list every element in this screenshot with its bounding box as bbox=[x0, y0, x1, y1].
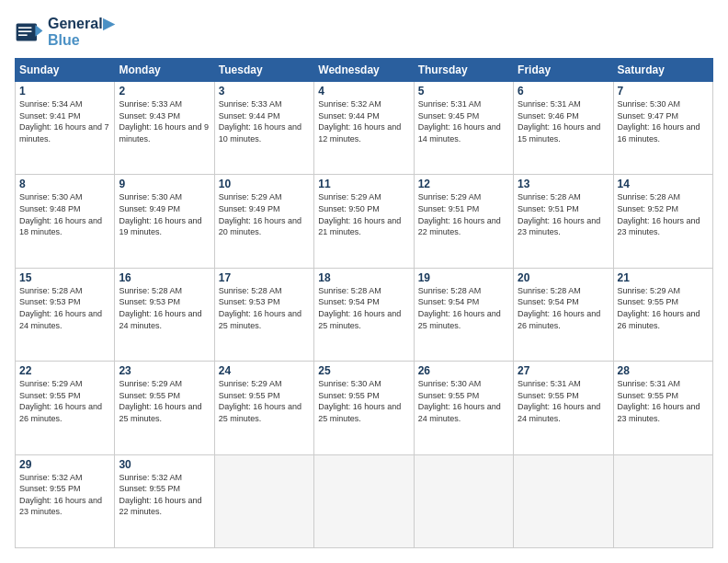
logo-text: General▶ Blue bbox=[48, 15, 114, 49]
day-number: 10 bbox=[219, 178, 310, 190]
calendar-cell: 27Sunrise: 5:31 AMSunset: 9:55 PMDayligh… bbox=[514, 362, 613, 454]
day-number: 20 bbox=[518, 271, 609, 284]
calendar-cell: 23Sunrise: 5:29 AMSunset: 9:55 PMDayligh… bbox=[115, 362, 214, 454]
calendar-cell: 14Sunrise: 5:28 AMSunset: 9:52 PMDayligh… bbox=[613, 175, 712, 268]
calendar-cell: 22Sunrise: 5:29 AMSunset: 9:55 PMDayligh… bbox=[16, 362, 115, 454]
calendar-cell: 30Sunrise: 5:32 AMSunset: 9:55 PMDayligh… bbox=[115, 454, 214, 547]
calendar-cell: 18Sunrise: 5:28 AMSunset: 9:54 PMDayligh… bbox=[314, 268, 414, 361]
day-number: 21 bbox=[618, 271, 709, 284]
calendar-cell bbox=[514, 454, 613, 547]
day-info: Sunrise: 5:30 AMSunset: 9:49 PMDaylight:… bbox=[119, 191, 210, 237]
col-header-tuesday: Tuesday bbox=[214, 59, 313, 82]
day-info: Sunrise: 5:29 AMSunset: 9:49 PMDaylight:… bbox=[219, 191, 310, 237]
day-number: 11 bbox=[318, 178, 409, 190]
calendar-cell: 11Sunrise: 5:29 AMSunset: 9:50 PMDayligh… bbox=[314, 175, 414, 268]
svg-rect-2 bbox=[18, 27, 31, 29]
col-header-thursday: Thursday bbox=[414, 59, 513, 82]
day-info: Sunrise: 5:28 AMSunset: 9:53 PMDaylight:… bbox=[119, 285, 210, 331]
col-header-sunday: Sunday bbox=[16, 59, 115, 82]
day-number: 18 bbox=[318, 271, 409, 284]
day-number: 28 bbox=[618, 364, 709, 377]
day-number: 7 bbox=[618, 85, 709, 98]
day-info: Sunrise: 5:33 AMSunset: 9:43 PMDaylight:… bbox=[119, 98, 210, 144]
day-info: Sunrise: 5:28 AMSunset: 9:54 PMDaylight:… bbox=[418, 285, 509, 331]
logo-icon bbox=[15, 17, 44, 47]
day-number: 1 bbox=[19, 85, 110, 98]
col-header-monday: Monday bbox=[115, 59, 214, 82]
day-number: 12 bbox=[418, 178, 509, 190]
day-info: Sunrise: 5:28 AMSunset: 9:53 PMDaylight:… bbox=[19, 285, 110, 331]
day-info: Sunrise: 5:31 AMSunset: 9:45 PMDaylight:… bbox=[418, 98, 509, 144]
calendar-cell: 2Sunrise: 5:33 AMSunset: 9:43 PMDaylight… bbox=[115, 82, 214, 175]
day-number: 2 bbox=[119, 85, 210, 98]
calendar-cell bbox=[314, 454, 414, 547]
calendar-cell: 7Sunrise: 5:30 AMSunset: 9:47 PMDaylight… bbox=[613, 82, 712, 175]
day-info: Sunrise: 5:31 AMSunset: 9:55 PMDaylight:… bbox=[518, 378, 609, 424]
day-number: 14 bbox=[618, 178, 709, 190]
day-info: Sunrise: 5:29 AMSunset: 9:55 PMDaylight:… bbox=[119, 378, 210, 424]
day-info: Sunrise: 5:28 AMSunset: 9:53 PMDaylight:… bbox=[219, 285, 310, 331]
calendar-cell: 16Sunrise: 5:28 AMSunset: 9:53 PMDayligh… bbox=[115, 268, 214, 361]
calendar-cell: 1Sunrise: 5:34 AMSunset: 9:41 PMDaylight… bbox=[16, 82, 115, 175]
day-info: Sunrise: 5:29 AMSunset: 9:51 PMDaylight:… bbox=[418, 191, 509, 237]
day-info: Sunrise: 5:31 AMSunset: 9:55 PMDaylight:… bbox=[618, 378, 709, 424]
calendar-cell: 21Sunrise: 5:29 AMSunset: 9:55 PMDayligh… bbox=[613, 268, 712, 361]
calendar-cell: 9Sunrise: 5:30 AMSunset: 9:49 PMDaylight… bbox=[115, 175, 214, 268]
calendar-cell: 26Sunrise: 5:30 AMSunset: 9:55 PMDayligh… bbox=[414, 362, 513, 454]
calendar-cell bbox=[214, 454, 313, 547]
calendar-cell bbox=[613, 454, 712, 547]
calendar-cell: 3Sunrise: 5:33 AMSunset: 9:44 PMDaylight… bbox=[214, 82, 313, 175]
day-info: Sunrise: 5:30 AMSunset: 9:55 PMDaylight:… bbox=[418, 378, 509, 424]
day-info: Sunrise: 5:29 AMSunset: 9:55 PMDaylight:… bbox=[219, 378, 310, 424]
day-info: Sunrise: 5:31 AMSunset: 9:46 PMDaylight:… bbox=[518, 98, 609, 144]
calendar-cell: 17Sunrise: 5:28 AMSunset: 9:53 PMDayligh… bbox=[214, 268, 313, 361]
day-number: 9 bbox=[119, 178, 210, 190]
day-info: Sunrise: 5:30 AMSunset: 9:48 PMDaylight:… bbox=[19, 191, 110, 237]
day-number: 17 bbox=[219, 271, 310, 284]
day-info: Sunrise: 5:28 AMSunset: 9:51 PMDaylight:… bbox=[518, 191, 609, 237]
day-number: 19 bbox=[418, 271, 509, 284]
calendar-cell: 8Sunrise: 5:30 AMSunset: 9:48 PMDaylight… bbox=[16, 175, 115, 268]
page: General▶ Blue SundayMondayTuesdayWednesd… bbox=[0, 0, 728, 563]
day-info: Sunrise: 5:32 AMSunset: 9:55 PMDaylight:… bbox=[19, 472, 110, 518]
calendar-cell: 25Sunrise: 5:30 AMSunset: 9:55 PMDayligh… bbox=[314, 362, 414, 454]
logo: General▶ Blue bbox=[15, 15, 114, 49]
calendar-cell: 12Sunrise: 5:29 AMSunset: 9:51 PMDayligh… bbox=[414, 175, 513, 268]
header: General▶ Blue bbox=[15, 15, 713, 49]
col-header-saturday: Saturday bbox=[613, 59, 712, 82]
day-info: Sunrise: 5:30 AMSunset: 9:55 PMDaylight:… bbox=[318, 378, 409, 424]
day-number: 25 bbox=[318, 364, 409, 377]
calendar-cell: 24Sunrise: 5:29 AMSunset: 9:55 PMDayligh… bbox=[214, 362, 313, 454]
day-info: Sunrise: 5:30 AMSunset: 9:47 PMDaylight:… bbox=[618, 98, 709, 144]
day-info: Sunrise: 5:28 AMSunset: 9:52 PMDaylight:… bbox=[618, 191, 709, 237]
day-number: 23 bbox=[119, 364, 210, 377]
calendar-cell: 19Sunrise: 5:28 AMSunset: 9:54 PMDayligh… bbox=[414, 268, 513, 361]
day-number: 6 bbox=[518, 85, 609, 98]
day-number: 29 bbox=[19, 458, 110, 471]
day-number: 24 bbox=[219, 364, 310, 377]
day-info: Sunrise: 5:29 AMSunset: 9:55 PMDaylight:… bbox=[618, 285, 709, 331]
svg-marker-1 bbox=[35, 25, 42, 37]
calendar-cell: 20Sunrise: 5:28 AMSunset: 9:54 PMDayligh… bbox=[514, 268, 613, 361]
calendar-cell: 13Sunrise: 5:28 AMSunset: 9:51 PMDayligh… bbox=[514, 175, 613, 268]
calendar-cell bbox=[414, 454, 513, 547]
day-info: Sunrise: 5:29 AMSunset: 9:55 PMDaylight:… bbox=[19, 378, 110, 424]
calendar-cell: 28Sunrise: 5:31 AMSunset: 9:55 PMDayligh… bbox=[613, 362, 712, 454]
day-info: Sunrise: 5:28 AMSunset: 9:54 PMDaylight:… bbox=[318, 285, 409, 331]
calendar-cell: 10Sunrise: 5:29 AMSunset: 9:49 PMDayligh… bbox=[214, 175, 313, 268]
day-info: Sunrise: 5:28 AMSunset: 9:54 PMDaylight:… bbox=[518, 285, 609, 331]
day-info: Sunrise: 5:32 AMSunset: 9:44 PMDaylight:… bbox=[318, 98, 409, 144]
calendar-cell: 6Sunrise: 5:31 AMSunset: 9:46 PMDaylight… bbox=[514, 82, 613, 175]
calendar-cell: 4Sunrise: 5:32 AMSunset: 9:44 PMDaylight… bbox=[314, 82, 414, 175]
svg-rect-3 bbox=[18, 30, 31, 32]
day-number: 5 bbox=[418, 85, 509, 98]
day-number: 16 bbox=[119, 271, 210, 284]
col-header-friday: Friday bbox=[514, 59, 613, 82]
calendar-cell: 15Sunrise: 5:28 AMSunset: 9:53 PMDayligh… bbox=[16, 268, 115, 361]
day-info: Sunrise: 5:34 AMSunset: 9:41 PMDaylight:… bbox=[19, 98, 110, 144]
day-number: 4 bbox=[318, 85, 409, 98]
day-info: Sunrise: 5:29 AMSunset: 9:50 PMDaylight:… bbox=[318, 191, 409, 237]
calendar-cell: 29Sunrise: 5:32 AMSunset: 9:55 PMDayligh… bbox=[16, 454, 115, 547]
calendar-table: SundayMondayTuesdayWednesdayThursdayFrid… bbox=[15, 58, 713, 548]
day-number: 13 bbox=[518, 178, 609, 190]
